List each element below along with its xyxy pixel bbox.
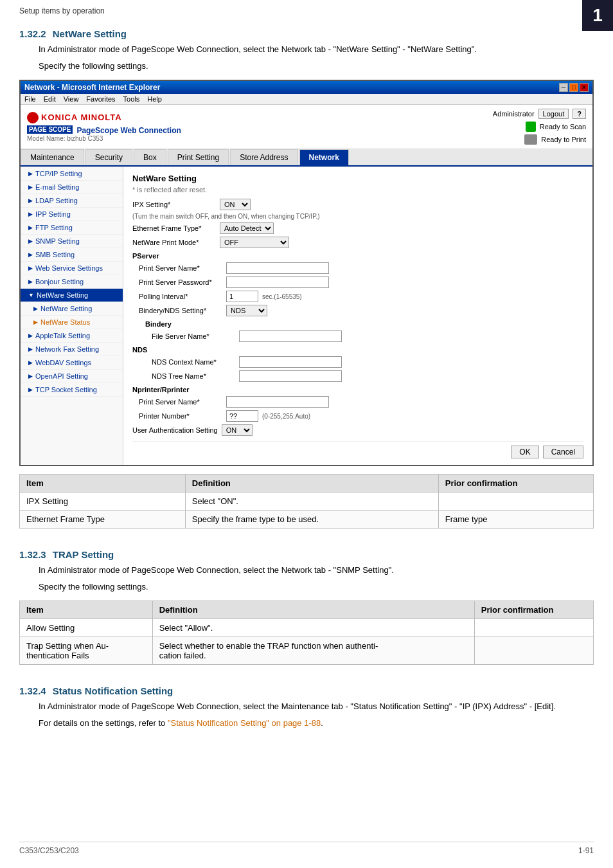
table2-row1-definition: Select "Allow". bbox=[152, 619, 474, 637]
menu-file[interactable]: File bbox=[24, 95, 36, 103]
table1-col-definition: Definition bbox=[185, 475, 438, 493]
nprinter-server-input[interactable] bbox=[226, 396, 329, 408]
section-134-link[interactable]: "Status Notification Setting" on page 1-… bbox=[168, 718, 321, 728]
printer-number-row: Printer Number* (0-255,255:Auto) bbox=[139, 410, 583, 422]
table1-row1-item: IPX Setting bbox=[20, 493, 186, 511]
table2-row2-item: Trap Setting when Au-thentication Fails bbox=[20, 637, 153, 665]
table2-row1-prior bbox=[474, 619, 593, 637]
nprinter-divider: Nprinter/Rprinter bbox=[132, 386, 583, 393]
tab-print-setting[interactable]: Print Setting bbox=[168, 149, 229, 165]
nds-group: NDS Context Name* NDS Tree Name* bbox=[139, 356, 583, 382]
tab-box[interactable]: Box bbox=[134, 149, 166, 165]
print-server-pwd-input[interactable] bbox=[226, 276, 329, 288]
logout-button[interactable]: Logout bbox=[538, 109, 569, 119]
printer-number-note: (0-255,255:Auto) bbox=[262, 413, 310, 420]
table2-container: Item Definition Prior confirmation Allow… bbox=[0, 601, 613, 665]
nds-context-input[interactable] bbox=[239, 356, 342, 368]
browser-maximize-btn[interactable]: □ bbox=[569, 83, 578, 92]
ethernet-label: Ethernet Frame Type* bbox=[132, 224, 216, 232]
bindery-nds-select[interactable]: NDS Bindery bbox=[226, 305, 267, 316]
sidebar-item-tcpsocket[interactable]: ▶TCP Socket Setting bbox=[21, 383, 123, 397]
sidebar-item-email[interactable]: ▶E-mail Setting bbox=[21, 181, 123, 194]
sidebar-item-netware[interactable]: ▼NetWare Setting bbox=[21, 289, 123, 302]
table1: Item Definition Prior confirmation IPX S… bbox=[19, 474, 594, 529]
file-server-label: File Server Name* bbox=[152, 332, 235, 340]
brand-name: KONICA MINOLTA bbox=[41, 113, 122, 122]
netware-mode-select[interactable]: OFF PServer Nprinter/Rprinter bbox=[220, 237, 289, 248]
printer-icon bbox=[524, 134, 537, 145]
browser-controls: ─ □ ✕ bbox=[559, 83, 589, 92]
section-134-body: In Administrator mode of PageScope Web C… bbox=[0, 700, 613, 729]
browser-titlebar: Network - Microsoft Internet Explorer ─ … bbox=[21, 81, 592, 94]
footer-model: C353/C253/C203 bbox=[19, 846, 79, 855]
polling-row: Polling Interval* sec.(1-65535) bbox=[139, 291, 583, 302]
sidebar-item-snmp[interactable]: ▶SNMP Setting bbox=[21, 235, 123, 248]
section-133-title: TRAP Setting bbox=[53, 549, 114, 560]
table1-row2-definition: Specify the frame type to be used. bbox=[185, 511, 438, 529]
sidebar-item-ipp[interactable]: ▶IPP Setting bbox=[21, 208, 123, 221]
model-name: Model Name: bizhub C353 bbox=[27, 135, 181, 142]
section-134-desc1: In Administrator mode of PageScope Web C… bbox=[39, 700, 594, 713]
section-132-desc2: Specify the following settings. bbox=[39, 60, 594, 73]
sidebar-item-ldap[interactable]: ▶LDAP Setting bbox=[21, 194, 123, 208]
table2-col-item: Item bbox=[20, 601, 153, 619]
table-row: IPX Setting Select "ON". bbox=[20, 493, 594, 511]
table1-col-prior: Prior confirmation bbox=[438, 475, 593, 493]
menu-help[interactable]: Help bbox=[147, 95, 162, 103]
browser-minimize-btn[interactable]: ─ bbox=[559, 83, 568, 92]
section-132-number: 1.32.2 bbox=[19, 28, 46, 39]
browser-close-btn[interactable]: ✕ bbox=[580, 83, 589, 92]
sidebar-item-openapi[interactable]: ▶OpenAPI Setting bbox=[21, 370, 123, 383]
file-server-input[interactable] bbox=[239, 330, 342, 342]
menu-favorites[interactable]: Favorites bbox=[86, 95, 115, 103]
menu-edit[interactable]: Edit bbox=[44, 95, 56, 103]
user-auth-label: User Authentication Setting bbox=[132, 426, 218, 434]
ipx-select[interactable]: ON OFF bbox=[220, 199, 251, 210]
help-button[interactable]: ? bbox=[573, 109, 586, 119]
user-auth-row: User Authentication Setting ON OFF bbox=[132, 424, 583, 436]
tab-network[interactable]: Network bbox=[299, 149, 349, 165]
sidebar-item-bonjour[interactable]: ▶Bonjour Setting bbox=[21, 275, 123, 289]
cancel-button[interactable]: Cancel bbox=[543, 446, 583, 458]
ok-button[interactable]: OK bbox=[511, 446, 538, 458]
tab-security[interactable]: Security bbox=[85, 149, 132, 165]
printer-number-label: Printer Number* bbox=[139, 412, 222, 420]
sidebar-item-netware-status[interactable]: ▶NetWare Status bbox=[21, 316, 123, 329]
nds-context-row: NDS Context Name* bbox=[139, 356, 583, 368]
tab-store-address[interactable]: Store Address bbox=[230, 149, 298, 165]
sidebar-item-networkfax[interactable]: ▶Network Fax Setting bbox=[21, 343, 123, 356]
tab-maintenance[interactable]: Maintenance bbox=[21, 149, 84, 165]
print-server-name-input[interactable] bbox=[226, 262, 329, 274]
table1-row1-definition: Select "ON". bbox=[185, 493, 438, 511]
sidebar-item-webdav[interactable]: ▶WebDAV Settings bbox=[21, 356, 123, 370]
sidebar-item-smb[interactable]: ▶SMB Setting bbox=[21, 248, 123, 262]
content-panel: NetWare Setting * is reflected after res… bbox=[123, 167, 592, 465]
page-footer: C353/C253/C203 1-91 bbox=[19, 842, 594, 855]
printer-number-input[interactable] bbox=[226, 410, 258, 422]
print-status-bar: Ready to Print bbox=[524, 134, 586, 145]
user-auth-select[interactable]: ON OFF bbox=[222, 424, 253, 436]
polling-input[interactable] bbox=[226, 291, 258, 302]
sidebar-item-tcpip[interactable]: ▶TCP/IP Setting bbox=[21, 167, 123, 181]
section-132-header: 1.32.2 NetWare Setting bbox=[0, 19, 613, 43]
ipx-label: IPX Setting* bbox=[132, 201, 216, 208]
table-row: Allow Setting Select "Allow". bbox=[20, 619, 594, 637]
ethernet-select[interactable]: Auto Detect bbox=[220, 222, 274, 234]
sidebar-item-appletalk[interactable]: ▶AppleTalk Setting bbox=[21, 329, 123, 343]
status-bar: Ready to Scan bbox=[526, 122, 586, 132]
sidebar-item-netware-setting[interactable]: ▶NetWare Setting bbox=[21, 302, 123, 316]
main-content: ▶TCP/IP Setting ▶E-mail Setting ▶LDAP Se… bbox=[21, 167, 592, 465]
pserver-group: Print Server Name* Print Server Password… bbox=[139, 262, 583, 316]
browser-content: KONICA MINOLTA PAGE SCOPE PageScope Web … bbox=[21, 105, 592, 465]
menu-view[interactable]: View bbox=[64, 95, 79, 103]
sidebar-item-webservice[interactable]: ▶Web Service Settings bbox=[21, 262, 123, 275]
table1-row2-prior: Frame type bbox=[438, 511, 593, 529]
print-server-pwd-row: Print Server Password* bbox=[139, 276, 583, 288]
menu-tools[interactable]: Tools bbox=[123, 95, 140, 103]
nds-context-label: NDS Context Name* bbox=[152, 358, 235, 366]
table1-col-item: Item bbox=[20, 475, 186, 493]
scan-status-text: Ready to Scan bbox=[540, 123, 586, 131]
nds-tree-input[interactable] bbox=[239, 370, 342, 382]
section-134-number: 1.32.4 bbox=[19, 685, 46, 696]
sidebar-item-ftp[interactable]: ▶FTP Setting bbox=[21, 221, 123, 235]
